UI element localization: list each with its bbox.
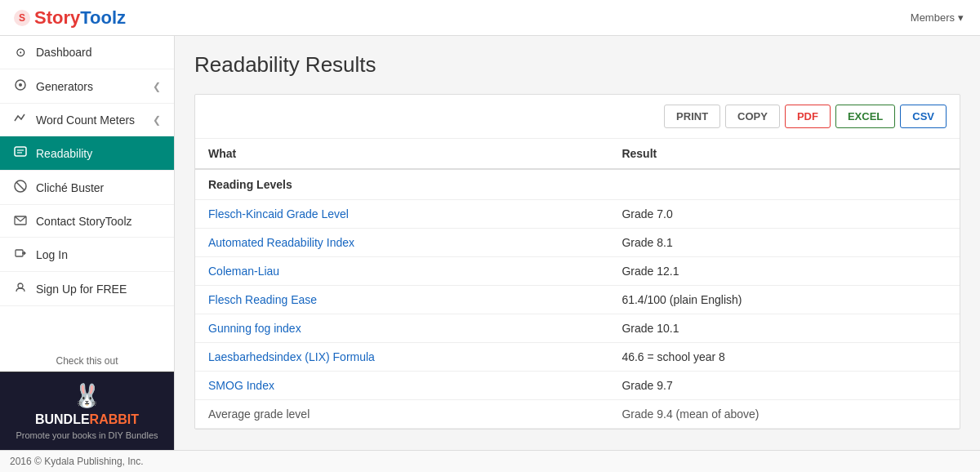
sidebar-item-label: Generators (36, 80, 93, 93)
sidebar-item-readability[interactable]: Readability (0, 136, 174, 171)
cliche-icon (13, 180, 28, 195)
table-row: Flesch-Kincaid Grade LevelGrade 7.0 (195, 200, 960, 229)
result-value: Grade 7.0 (608, 200, 960, 229)
sidebar-item-login[interactable]: Log In (0, 238, 174, 272)
logo-toolz: Toolz (80, 7, 126, 29)
pdf-button[interactable]: PDF (785, 105, 831, 128)
result-link[interactable]: Gunning fog index (208, 322, 301, 335)
result-link[interactable]: Coleman-Liau (208, 265, 279, 278)
readability-icon (13, 145, 28, 161)
result-link[interactable]: Flesch-Kincaid Grade Level (208, 207, 349, 220)
generators-arrow-icon: ❮ (153, 81, 161, 92)
rabbit-icon: 🐰 (10, 382, 164, 409)
sidebar-item-label: Log In (36, 248, 68, 261)
table-row: Automated Readability IndexGrade 8.1 (195, 229, 960, 257)
result-value: 61.4/100 (plain English) (608, 286, 960, 314)
table-row: Flesch Reading Ease61.4/100 (plain Engli… (195, 286, 960, 314)
svg-text:S: S (19, 12, 25, 24)
logo[interactable]: S StoryToolz (13, 7, 126, 29)
svg-line-8 (16, 182, 24, 190)
result-value: Grade 9.7 (608, 372, 960, 400)
word-count-icon (13, 113, 28, 127)
svg-rect-10 (16, 250, 23, 256)
page-title: Readability Results (194, 52, 960, 78)
members-menu[interactable]: Members ▾ (911, 11, 967, 24)
ad-subtitle: Promote your books in DIY Bundles (10, 430, 164, 440)
table-row: SMOG IndexGrade 9.7 (195, 372, 960, 400)
login-icon (13, 247, 28, 262)
members-label: Members (911, 11, 955, 24)
main-content: Readability Results PRINT COPY PDF EXCEL… (175, 36, 980, 450)
result-link[interactable]: Automated Readability Index (208, 236, 354, 249)
table-row: Coleman-LiauGrade 12.1 (195, 257, 960, 286)
result-value: Grade 9.4 (mean of above) (608, 400, 960, 429)
sidebar-item-cliche-buster[interactable]: Cliché Buster (0, 171, 174, 205)
results-tbody: Reading Levels Flesch-Kincaid Grade Leve… (195, 169, 960, 429)
sidebar-item-label: Dashboard (36, 46, 92, 59)
csv-button[interactable]: CSV (900, 105, 947, 128)
results-table: What Result Reading Levels Flesch-Kincai… (195, 139, 960, 429)
signup-icon (13, 281, 28, 296)
col-what: What (195, 139, 608, 169)
members-arrow-icon: ▾ (958, 11, 964, 24)
sidebar-check-label: Check this out (0, 347, 174, 372)
excel-button[interactable]: EXCEL (835, 105, 895, 128)
sidebar-item-generators[interactable]: Generators ❮ (0, 69, 174, 104)
sidebar-item-label: Contact StoryToolz (36, 215, 132, 228)
sidebar-item-signup[interactable]: Sign Up for FREE (0, 272, 174, 306)
table-row: Laesbarhedsindex (LIX) Formula46.6 = sch… (195, 343, 960, 372)
copy-button[interactable]: COPY (725, 105, 780, 128)
result-link[interactable]: Laesbarhedsindex (LIX) Formula (208, 350, 375, 363)
sidebar: ⊙ Dashboard Generators ❮ Word Count Mete… (0, 36, 175, 450)
result-link[interactable]: SMOG Index (208, 379, 274, 392)
sidebar-item-label: Sign Up for FREE (36, 283, 127, 296)
sidebar-item-dashboard[interactable]: ⊙ Dashboard (0, 36, 174, 69)
result-value: Grade 8.1 (608, 229, 960, 257)
header: S StoryToolz Members ▾ (0, 0, 980, 36)
table-header: What Result (195, 139, 960, 169)
svg-rect-4 (15, 147, 26, 156)
result-label: Average grade level (195, 400, 608, 429)
results-toolbar: PRINT COPY PDF EXCEL CSV (195, 95, 960, 139)
copyright: 2016 © Kydala Publishing, Inc. (0, 450, 980, 472)
svg-point-11 (18, 283, 23, 288)
contact-icon (13, 214, 28, 228)
sidebar-item-label: Word Count Meters (36, 114, 135, 127)
result-value: Grade 12.1 (608, 257, 960, 286)
section-reading-levels: Reading Levels (195, 169, 960, 200)
print-button[interactable]: PRINT (664, 105, 720, 128)
sidebar-item-contact[interactable]: Contact StoryToolz (0, 205, 174, 238)
logo-icon: S (13, 9, 31, 27)
results-panel: PRINT COPY PDF EXCEL CSV What Result Rea… (194, 94, 960, 430)
sidebar-item-word-count-meters[interactable]: Word Count Meters ❮ (0, 104, 174, 136)
word-count-arrow-icon: ❮ (153, 114, 161, 126)
sidebar-item-label: Cliché Buster (36, 181, 104, 194)
bundle-rabbit-ad[interactable]: 🐰 BUNDLERABBIT Promote your books in DIY… (0, 372, 174, 450)
ad-title: BUNDLERABBIT (10, 412, 164, 427)
logo-story: Story (34, 7, 80, 29)
result-value: Grade 10.1 (608, 314, 960, 343)
layout: ⊙ Dashboard Generators ❮ Word Count Mete… (0, 36, 980, 450)
result-link[interactable]: Flesch Reading Ease (208, 293, 317, 306)
svg-point-3 (19, 83, 22, 87)
sidebar-item-label: Readability (36, 147, 92, 160)
result-value: 46.6 = school year 8 (608, 343, 960, 372)
table-row: Gunning fog indexGrade 10.1 (195, 314, 960, 343)
dashboard-icon: ⊙ (13, 45, 28, 60)
col-result: Result (608, 139, 960, 169)
table-row: Average grade levelGrade 9.4 (mean of ab… (195, 400, 960, 429)
generators-icon (13, 78, 28, 94)
